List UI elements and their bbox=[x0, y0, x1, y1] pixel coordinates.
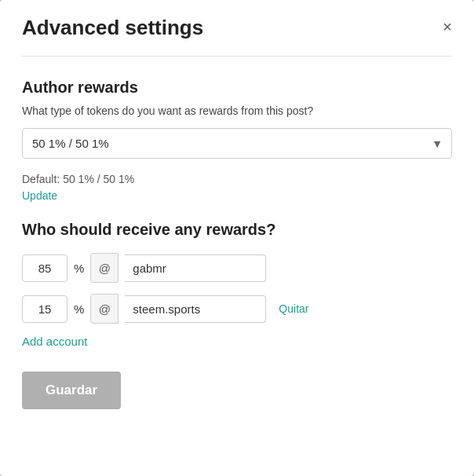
author-rewards-section: Author rewards What type of tokens do yo… bbox=[22, 79, 452, 221]
modal-title: Advanced settings bbox=[22, 16, 203, 40]
who-rewards-title: Who should receive any rewards? bbox=[22, 221, 452, 239]
author-rewards-title: Author rewards bbox=[22, 79, 452, 97]
percent-label-1: % bbox=[74, 262, 84, 275]
reward-row-2: % @ Quitar bbox=[22, 294, 452, 324]
close-button[interactable]: × bbox=[443, 19, 452, 35]
account-input-2[interactable] bbox=[125, 295, 266, 323]
reward-type-select[interactable]: 50 1% / 50 1% 100% Hive Power Decline pa… bbox=[22, 128, 452, 159]
author-rewards-description: What type of tokens do you want as rewar… bbox=[22, 104, 452, 117]
at-symbol-2: @ bbox=[90, 294, 118, 324]
percent-input-1[interactable] bbox=[22, 254, 67, 282]
account-input-1[interactable] bbox=[125, 254, 266, 282]
who-rewards-section: Who should receive any rewards? % @ % @ … bbox=[22, 221, 452, 372]
add-account-link[interactable]: Add account bbox=[22, 335, 87, 348]
save-button[interactable]: Guardar bbox=[22, 372, 121, 409]
reward-row-1: % @ bbox=[22, 253, 452, 283]
update-link[interactable]: Update bbox=[22, 189, 57, 202]
default-reward-text: Default: 50 1% / 50 1% bbox=[22, 173, 452, 185]
quitar-link[interactable]: Quitar bbox=[279, 302, 308, 315]
advanced-settings-modal: Advanced settings × Author rewards What … bbox=[0, 0, 474, 476]
at-symbol-1: @ bbox=[90, 253, 118, 283]
percent-input-2[interactable] bbox=[22, 295, 67, 323]
footer: Guardar bbox=[22, 372, 452, 409]
percent-label-2: % bbox=[74, 302, 84, 316]
reward-select-wrapper: 50 1% / 50 1% 100% Hive Power Decline pa… bbox=[22, 128, 452, 159]
modal-header: Advanced settings × bbox=[22, 16, 452, 57]
